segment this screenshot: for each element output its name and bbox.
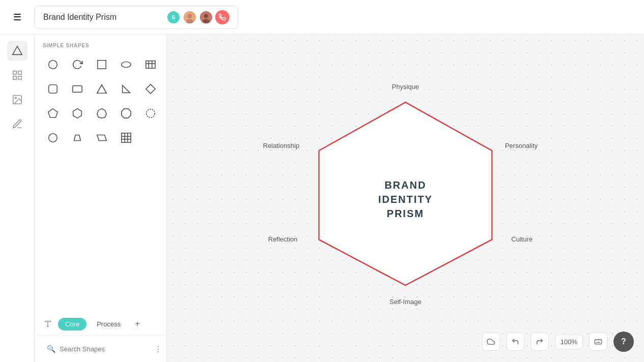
shape-diamond[interactable] xyxy=(140,79,161,99)
svg-rect-16 xyxy=(146,61,155,69)
svg-marker-23 xyxy=(123,85,130,93)
svg-point-12 xyxy=(15,97,16,99)
svg-rect-21 xyxy=(73,86,82,93)
shape-parallelogram[interactable] xyxy=(92,128,112,148)
shape-table[interactable] xyxy=(140,54,161,75)
svg-rect-9 xyxy=(13,76,16,79)
left-sidebar xyxy=(0,35,35,362)
avatar-s[interactable]: S xyxy=(166,10,181,24)
title-bar: Brand Identity Prism S xyxy=(35,6,238,29)
svg-rect-20 xyxy=(49,85,57,94)
shapes-grid xyxy=(43,54,158,148)
avatar-m[interactable] xyxy=(183,10,197,24)
tab-add-button[interactable]: + xyxy=(131,317,144,330)
svg-rect-8 xyxy=(18,71,21,74)
help-button[interactable]: ? xyxy=(613,331,634,352)
sidebar-shapes[interactable] xyxy=(7,41,27,61)
svg-marker-31 xyxy=(74,135,81,141)
svg-marker-22 xyxy=(97,85,106,94)
tab-icon[interactable] xyxy=(41,317,55,331)
svg-rect-14 xyxy=(98,61,106,69)
cloud-save-button[interactable] xyxy=(482,333,500,351)
svg-marker-27 xyxy=(97,109,106,118)
bottom-bar: 100% ? xyxy=(482,331,634,352)
svg-rect-10 xyxy=(18,76,21,79)
svg-rect-33 xyxy=(122,133,131,142)
svg-point-13 xyxy=(49,61,57,69)
shape-right-triangle[interactable] xyxy=(116,79,136,99)
avatar-k[interactable] xyxy=(199,10,213,24)
svg-point-4 xyxy=(204,14,209,18)
shape-grid[interactable] xyxy=(116,128,136,148)
document-title: Brand Identity Prism xyxy=(43,13,160,22)
svg-text:BRAND: BRAND xyxy=(385,179,426,191)
shape-triangle[interactable] xyxy=(92,79,112,99)
call-button[interactable] xyxy=(215,10,229,24)
svg-marker-6 xyxy=(12,46,21,55)
shape-tabs: Core Process + xyxy=(35,317,166,336)
shape-circle-outline[interactable] xyxy=(140,103,161,124)
svg-point-2 xyxy=(186,19,193,24)
shape-ellipse[interactable] xyxy=(116,54,136,75)
keyboard-shortcuts-button[interactable] xyxy=(589,333,607,351)
svg-point-5 xyxy=(202,19,210,24)
shape-octagon[interactable] xyxy=(116,103,136,124)
svg-rect-44 xyxy=(595,340,601,344)
svg-marker-25 xyxy=(48,109,57,117)
svg-marker-32 xyxy=(97,135,106,141)
shape-square[interactable] xyxy=(92,54,112,75)
hexagon-svg: BRAND IDENTITY PRISM xyxy=(278,82,533,306)
svg-point-15 xyxy=(122,62,131,68)
shape-circle2[interactable] xyxy=(43,128,63,148)
svg-point-29 xyxy=(147,109,155,118)
redo-button[interactable] xyxy=(531,333,549,351)
shape-refresh[interactable] xyxy=(67,54,87,75)
search-input[interactable] xyxy=(60,345,145,353)
search-icon: 🔍 xyxy=(47,345,55,353)
sidebar-draw[interactable] xyxy=(7,114,27,134)
shape-pentagon[interactable] xyxy=(43,103,63,124)
shape-hexagon[interactable] xyxy=(67,103,87,124)
shape-panel: SIMPLE SHAPES xyxy=(35,35,167,362)
header: ☰ Brand Identity Prism S xyxy=(0,0,644,35)
brand-identity-prism-diagram: Physique Personality Relationship Cultur… xyxy=(278,82,533,306)
svg-rect-7 xyxy=(13,71,16,74)
shape-circle[interactable] xyxy=(43,54,63,75)
canvas-area[interactable]: Physique Personality Relationship Cultur… xyxy=(167,35,644,362)
shape-rect-flat[interactable] xyxy=(67,79,87,99)
avatar-group: S xyxy=(166,10,229,24)
tab-core[interactable]: Core xyxy=(58,318,86,330)
sidebar-frames[interactable] xyxy=(7,65,27,85)
sidebar-images[interactable] xyxy=(7,89,27,110)
svg-marker-26 xyxy=(73,109,82,118)
svg-marker-28 xyxy=(122,109,131,118)
svg-point-30 xyxy=(49,134,57,142)
undo-button[interactable] xyxy=(506,333,524,351)
menu-button[interactable]: ☰ xyxy=(8,8,26,26)
more-options-button[interactable]: ⋮ xyxy=(154,344,162,354)
section-label: SIMPLE SHAPES xyxy=(43,43,158,48)
svg-marker-24 xyxy=(146,84,155,94)
tab-process[interactable]: Process xyxy=(90,318,128,330)
hamburger-icon: ☰ xyxy=(13,12,21,23)
zoom-level[interactable]: 100% xyxy=(555,335,583,349)
svg-text:PRISM: PRISM xyxy=(387,208,424,219)
shape-rounded-rect[interactable] xyxy=(43,79,63,99)
search-box: 🔍 xyxy=(42,342,150,356)
search-area: 🔍 ⋮ xyxy=(35,336,166,362)
svg-point-1 xyxy=(188,14,192,18)
shape-trapezoid[interactable] xyxy=(67,128,87,148)
shape-heptagon[interactable] xyxy=(92,103,112,124)
svg-text:IDENTITY: IDENTITY xyxy=(378,194,432,205)
